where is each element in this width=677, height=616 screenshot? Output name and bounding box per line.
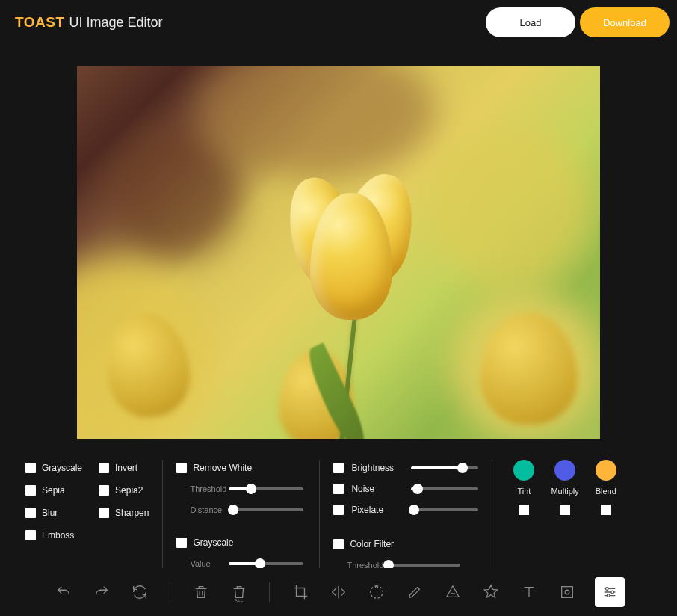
blend-swatch[interactable] [596,460,616,481]
blend-label: Blend [596,487,616,496]
tint-swatch[interactable] [513,460,534,481]
svg-point-2 [606,588,609,591]
delete-button[interactable] [190,580,211,604]
checkbox[interactable] [333,484,344,494]
load-button[interactable]: Load [486,7,575,37]
text-button[interactable] [519,580,540,604]
grayscale-value-slider[interactable] [229,562,303,565]
multiply-checkbox[interactable] [560,505,570,515]
pixelate-slider[interactable] [411,508,478,511]
filter-button[interactable] [595,577,625,607]
app-header: TOAST UI Image Editor Load Download [0,0,677,45]
tint-label: Tint [517,487,531,496]
icon-button[interactable] [480,580,502,604]
filter-grayscale[interactable]: Grayscale [25,460,82,476]
bottom-toolbar: ALL [0,568,677,616]
toolbar-separator [269,582,270,602]
basic-filters: Grayscale Sepia Blur Emboss Invert Sepia… [21,460,162,573]
image-canvas[interactable] [77,66,600,439]
filter-emboss[interactable]: Emboss [25,527,82,543]
filter-blur[interactable]: Blur [25,505,82,521]
shape-button[interactable] [442,580,464,604]
remove-white-threshold-slider[interactable] [229,487,303,490]
delete-all-button[interactable]: ALL [228,580,250,604]
brand-name: TOAST [15,14,65,31]
checkbox[interactable] [333,463,344,473]
multiply-label: Multiply [551,487,578,496]
value-label: Value [176,559,218,568]
adjust-filters: Brightness Noise Pixelate Color Filter T… [319,460,492,573]
checkbox[interactable] [99,463,109,473]
svg-point-3 [611,591,614,594]
crop-button[interactable] [289,580,311,604]
multiply-column: Multiply [551,460,578,573]
mask-button[interactable] [557,580,578,604]
redo-button[interactable] [90,580,112,604]
filter-sharpen[interactable]: Sharpen [99,505,149,521]
flip-button[interactable] [327,580,349,604]
checkbox[interactable] [176,463,187,473]
filter-sepia[interactable]: Sepia [25,482,82,499]
toolbar-separator [170,582,170,602]
checkbox[interactable] [99,485,109,496]
remove-white-distance-slider[interactable] [229,508,303,511]
filter-pixelate[interactable]: Pixelate [333,502,478,518]
checkbox[interactable] [99,508,109,518]
filter-grayscale2[interactable]: Grayscale [176,535,306,551]
checkbox[interactable] [25,530,36,540]
app-title: UI Image Editor [69,15,163,31]
filter-invert[interactable]: Invert [99,460,149,476]
filter-color-filter[interactable]: Color Filter [333,536,478,552]
blend-column: Blend [596,460,616,573]
checkbox[interactable] [25,463,36,473]
filter-brightness[interactable]: Brightness [333,460,478,476]
svg-rect-0 [562,587,573,598]
filter-panel: Grayscale Sepia Blur Emboss Invert Sepia… [0,446,677,578]
threshold-label: Threshold [176,484,218,493]
canvas-area [0,45,677,446]
color-picker-group: Tint Multiply Blend [492,460,626,573]
remove-white-group: Remove White Threshold Distance Grayscal… [162,460,319,573]
checkbox[interactable] [25,485,36,496]
checkbox[interactable] [333,539,344,549]
checkbox[interactable] [333,505,344,515]
filter-sepia2[interactable]: Sepia2 [99,482,149,499]
checkbox[interactable] [176,538,187,548]
noise-slider[interactable] [411,487,478,490]
svg-point-4 [607,594,610,597]
blend-checkbox[interactable] [601,505,611,515]
color-filter-threshold-slider[interactable] [386,564,460,567]
filter-noise[interactable]: Noise [333,481,478,497]
tint-checkbox[interactable] [519,505,529,515]
draw-button[interactable] [404,580,426,604]
reset-button[interactable] [129,580,150,604]
rotate-button[interactable] [365,580,387,604]
svg-point-1 [566,590,570,594]
header-actions: Load Download [486,7,670,37]
undo-button[interactable] [52,580,74,604]
tint-column: Tint [513,460,534,573]
app-logo: TOAST UI Image Editor [15,14,163,31]
checkbox[interactable] [25,508,36,518]
download-button[interactable]: Download [580,7,670,37]
filter-remove-white[interactable]: Remove White [176,460,306,476]
multiply-swatch[interactable] [554,460,575,481]
distance-label: Distance [176,505,218,514]
brightness-slider[interactable] [411,466,478,469]
